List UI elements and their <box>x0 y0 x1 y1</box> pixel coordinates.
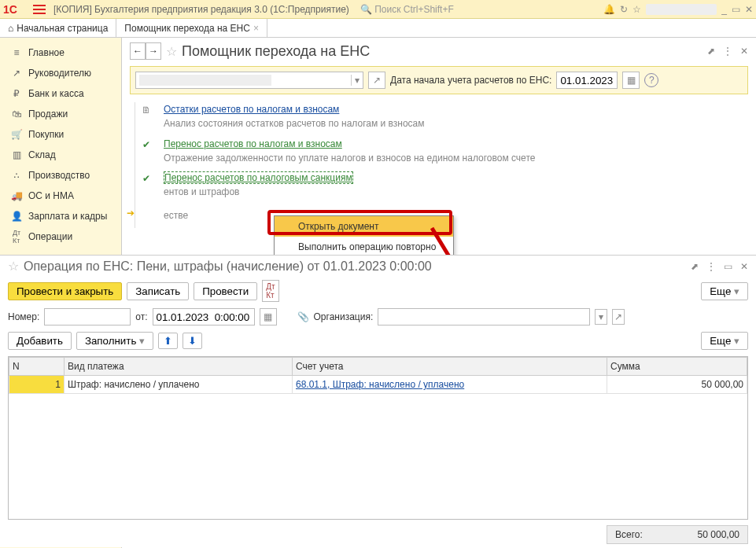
total-label: Всего: <box>615 529 643 540</box>
sidebar-item-manager[interactable]: ↗Руководителю <box>0 63 121 83</box>
sidebar-item-payroll[interactable]: 👤Зарплата и кадры <box>0 206 121 226</box>
star-icon[interactable]: ☆ <box>632 4 641 15</box>
rows-table[interactable]: N Вид платежа Счет учета Сумма 1 Штраф: … <box>8 356 748 520</box>
move-up-button[interactable]: ⬆ <box>158 333 178 349</box>
org-label: Организация: <box>314 311 374 322</box>
sidebar-item-label: Банк и касса <box>28 88 84 99</box>
star-icon[interactable]: ☆ <box>166 44 177 59</box>
org-input[interactable] <box>378 308 590 325</box>
star-icon[interactable]: ☆ <box>8 259 19 274</box>
more-button[interactable]: Еще <box>701 282 748 300</box>
post-close-button[interactable]: Провести и закрыть <box>8 282 122 300</box>
page-title: Помощник перехода на ЕНС <box>182 43 370 60</box>
move-down-button[interactable]: ⬇ <box>183 333 202 349</box>
app-title: [КОПИЯ] Бухгалтерия предприятия редакция… <box>53 4 349 15</box>
close-icon[interactable]: ✕ <box>740 261 748 272</box>
arrow-right-icon: ➔ <box>124 207 137 219</box>
sidebar-item-label: Операции <box>28 231 72 242</box>
write-button[interactable]: Записать <box>127 282 189 300</box>
fill-button[interactable]: Заполнить <box>76 332 153 350</box>
sidebar-item-production[interactable]: ⛬Производство <box>0 165 121 186</box>
user-area[interactable] <box>646 4 717 15</box>
bell-icon[interactable]: 🔔 <box>603 4 615 15</box>
help-icon[interactable]: ? <box>644 73 658 87</box>
dtk-icon[interactable]: ДтКт <box>262 280 278 302</box>
star-icon: ≡ <box>11 47 22 58</box>
number-label: Номер: <box>8 311 39 322</box>
doc-title: Операция по ЕНС: Пени, штрафы (начислени… <box>24 259 432 274</box>
step-link-balances[interactable]: Остатки расчетов по налогам и взносам <box>164 104 339 115</box>
steps-panel: 🗎 Остатки расчетов по налогам и взносам … <box>135 102 544 228</box>
ctx-open-document[interactable]: Открыть документ <box>275 216 453 237</box>
minimize-icon[interactable]: _ <box>721 4 727 15</box>
close-icon[interactable]: × <box>253 23 259 34</box>
ruble-icon: ₽ <box>11 88 22 99</box>
table-row[interactable]: 1 Штраф: начислено / уплачено 68.01.1, Ш… <box>9 376 747 394</box>
cell-n: 1 <box>9 376 65 394</box>
date-label: от: <box>135 311 147 322</box>
bag-icon: 🛍 <box>11 108 22 120</box>
chevron-down-icon[interactable]: ▾ <box>595 309 607 325</box>
date-label: Дата начала учета расчетов по ЕНС: <box>390 75 551 86</box>
step-link-transfer-penalties[interactable]: Перенос расчетов по налоговым санкциям <box>164 171 353 184</box>
totals-row: Всего: 50 000,00 <box>8 524 748 545</box>
number-input[interactable] <box>44 308 131 325</box>
tab-ens-helper[interactable]: Помощник перехода на ЕНС × <box>116 19 267 37</box>
org-combobox[interactable]: ▾ <box>135 72 363 89</box>
sidebar-item-bank[interactable]: ₽Банк и касса <box>0 83 121 104</box>
sidebar-item-label: Продажи <box>28 108 68 120</box>
th-sum[interactable]: Сумма <box>607 358 747 376</box>
search-placeholder: Поиск Ctrl+Shift+F <box>374 4 454 15</box>
tab-ens-label: Помощник перехода на ЕНС <box>124 23 250 34</box>
more-button[interactable]: Еще <box>701 332 748 350</box>
boxes-icon: ▥ <box>11 149 22 160</box>
open-ext-button[interactable]: ↗ <box>368 72 385 89</box>
calendar-icon[interactable]: ▦ <box>260 308 277 325</box>
date-input[interactable] <box>153 308 255 325</box>
th-account[interactable]: Счет учета <box>293 358 607 376</box>
restore-icon[interactable]: ▭ <box>732 4 740 15</box>
close-icon[interactable]: ✕ <box>740 46 748 57</box>
open-ext-button[interactable]: ↗ <box>612 309 625 325</box>
sidebar-item-stock[interactable]: ▥Склад <box>0 145 121 165</box>
menu-icon[interactable]: ⋮ <box>706 261 716 272</box>
th-n[interactable]: N <box>9 358 65 376</box>
post-button[interactable]: Провести <box>194 282 257 300</box>
sidebar-item-ops[interactable]: ДтКтОперации <box>0 226 121 247</box>
attachment-icon[interactable]: 📎 <box>297 311 309 322</box>
tab-home-label: Начальная страница <box>17 23 108 34</box>
dtk-icon: ДтКт <box>11 231 22 242</box>
titlebar: 1C [КОПИЯ] Бухгалтерия предприятия редак… <box>0 0 756 19</box>
maximize-icon[interactable]: ▭ <box>724 261 732 272</box>
sidebar-item-sales[interactable]: 🛍Продажи <box>0 104 121 124</box>
start-date-input[interactable] <box>556 72 618 89</box>
sidebar-item-label: ОС и НМА <box>28 190 74 201</box>
sidebar-item-label: Покупки <box>28 129 64 140</box>
cell-account-link[interactable]: 68.01.1, Штраф: начислено / уплачено <box>293 376 607 394</box>
th-payment-type[interactable]: Вид платежа <box>65 358 293 376</box>
step-desc: ентов и штрафов <box>164 186 544 199</box>
sidebar-item-label: Зарплата и кадры <box>28 211 107 222</box>
global-search[interactable]: 🔍 Поиск Ctrl+Shift+F <box>360 4 454 15</box>
logo-1c: 1C <box>3 3 25 16</box>
cell-type: Штраф: начислено / уплачено <box>65 376 293 394</box>
sidebar-item-main[interactable]: ≡Главное <box>0 42 121 63</box>
link-icon[interactable]: ⬈ <box>707 46 715 57</box>
step-link-transfer-taxes[interactable]: Перенос расчетов по налогам и взносам <box>164 138 342 149</box>
person-icon: 👤 <box>11 211 22 222</box>
document-icon: 🗎 <box>140 104 153 116</box>
menu-icon[interactable]: ⋮ <box>723 46 732 57</box>
step-desc: Анализ состояния остатков расчетов по на… <box>164 118 544 131</box>
add-button[interactable]: Добавить <box>8 332 72 350</box>
nav-forward-button[interactable]: → <box>146 42 161 60</box>
calendar-icon[interactable]: ▦ <box>622 72 640 89</box>
menu-icon[interactable] <box>30 0 49 19</box>
sidebar-item-assets[interactable]: 🚚ОС и НМА <box>0 186 121 206</box>
sidebar-item-purchases[interactable]: 🛒Покупки <box>0 124 121 145</box>
close-icon[interactable]: ✕ <box>745 4 753 15</box>
link-icon[interactable]: ⬈ <box>691 261 699 272</box>
nav-back-button[interactable]: ← <box>130 42 146 60</box>
tab-home[interactable]: ⌂ Начальная страница <box>0 19 116 37</box>
history-icon[interactable]: ↻ <box>620 4 628 15</box>
chevron-down-icon: ▾ <box>351 75 360 86</box>
